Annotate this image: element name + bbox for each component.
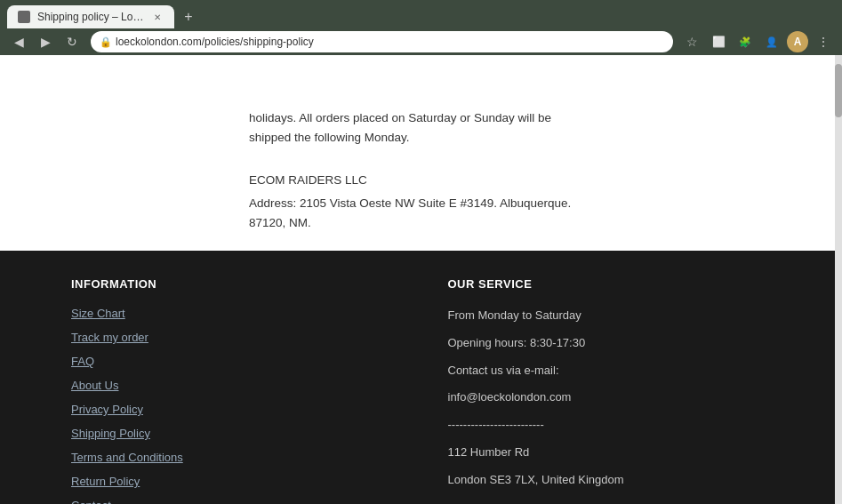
service-hours-days: From Monday to Saturday	[448, 307, 772, 325]
privacy-policy-link[interactable]: Privacy Policy	[71, 403, 395, 416]
scrollbar-thumb[interactable]	[835, 64, 842, 117]
about-us-link[interactable]: About Us	[71, 379, 395, 392]
address-bar[interactable]: 🔒 loeckolondon.com/policies/shipping-pol…	[91, 31, 673, 52]
service-contact-label: Contact us via e-mail:	[448, 362, 772, 380]
our-service-heading: OUR SERVICE	[448, 277, 772, 291]
service-email: info@loeckolondon.com	[448, 388, 772, 407]
lock-icon: 🔒	[100, 36, 112, 48]
url-text: loeckolondon.com/policies/shipping-polic…	[116, 36, 314, 48]
service-separator: -------------------------	[448, 416, 772, 435]
browser-menu-icon[interactable]: ⬜	[707, 30, 730, 53]
footer-information: INFORMATION Size Chart Track my order FA…	[71, 277, 395, 477]
company-name: ECOM RAIDERS LLC	[249, 173, 593, 187]
forward-button[interactable]: ▶	[34, 30, 57, 53]
return-policy-link[interactable]: Return Policy	[71, 475, 395, 488]
size-chart-link[interactable]: Size Chart	[71, 307, 395, 320]
company-address: Address: 2105 Vista Oeste NW Suite E #31…	[249, 194, 593, 232]
tab-title: Shipping policy – Loecko Lond	[37, 11, 144, 23]
footer-our-service: OUR SERVICE From Monday to Saturday Open…	[448, 277, 772, 477]
body-text: holidays. All orders placed on Saturday …	[249, 108, 593, 147]
information-heading: INFORMATION	[71, 277, 395, 291]
active-tab[interactable]: Shipping policy – Loecko Lond ✕	[7, 5, 174, 28]
scrollbar[interactable]	[835, 55, 842, 504]
service-opening-hours: Opening hours: 8:30-17:30	[448, 334, 772, 353]
faq-link[interactable]: FAQ	[71, 355, 395, 368]
browser-controls: ◀ ▶ ↻ 🔒 loeckolondon.com/policies/shippi…	[0, 28, 842, 55]
tab-bar: Shipping policy – Loecko Lond ✕ +	[0, 0, 842, 28]
page-content: holidays. All orders placed on Saturday …	[0, 55, 842, 251]
tab-favicon	[18, 11, 30, 23]
back-button[interactable]: ◀	[7, 30, 30, 53]
service-address-line2: London SE3 7LX, United Kingdom	[448, 471, 772, 490]
track-order-link[interactable]: Track my order	[71, 331, 395, 344]
browser-chrome: Shipping policy – Loecko Lond ✕ + ◀ ▶ ↻ …	[0, 0, 842, 55]
extension-icon[interactable]: 🧩	[734, 30, 757, 53]
profile-menu-icon[interactable]: 👤	[760, 30, 783, 53]
reload-button[interactable]: ↻	[60, 30, 84, 53]
toolbar-icons: ☆ ⬜ 🧩 👤 A ⋮	[680, 30, 835, 53]
shipping-policy-link[interactable]: Shipping Policy	[71, 427, 395, 440]
bookmark-icon[interactable]: ☆	[680, 30, 703, 53]
footer: INFORMATION Size Chart Track my order FA…	[0, 251, 842, 504]
more-options-icon[interactable]: ⋮	[812, 30, 835, 53]
tab-close-button[interactable]: ✕	[151, 11, 164, 23]
terms-conditions-link[interactable]: Terms and Conditions	[71, 451, 395, 464]
profile-avatar[interactable]: A	[787, 31, 808, 52]
new-tab-button[interactable]: +	[178, 6, 199, 28]
contact-link[interactable]: Contact	[71, 499, 395, 504]
service-address-line1: 112 Humber Rd	[448, 444, 772, 462]
